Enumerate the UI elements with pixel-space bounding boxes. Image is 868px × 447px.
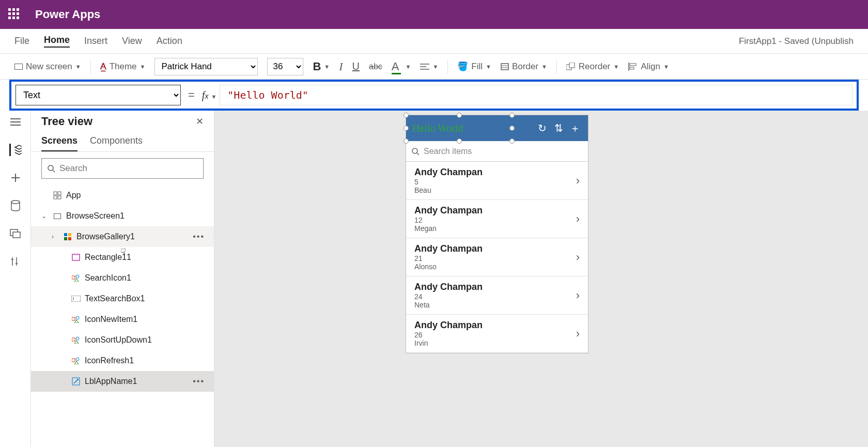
chevron-right-icon[interactable]: ›: [576, 327, 580, 341]
fx-icon[interactable]: fx ▼: [202, 89, 216, 101]
tab-components[interactable]: Components: [90, 131, 143, 151]
svg-rect-23: [54, 196, 57, 199]
theme-button[interactable]: A̲ Theme ▼: [100, 61, 146, 72]
control-icon: [71, 336, 81, 344]
tree-item-label: IconSortUpDown1: [85, 335, 152, 345]
formula-input[interactable]: [220, 85, 853, 105]
media-icon[interactable]: [9, 227, 22, 240]
canvas[interactable]: Hello World ↻ ⇅ ＋ Search items Andy Cham…: [214, 111, 868, 447]
control-icon: [71, 316, 81, 323]
chevron-down-icon[interactable]: ⌄: [41, 212, 49, 220]
svg-rect-21: [54, 192, 57, 195]
align-objects-label: Align: [641, 61, 660, 72]
chevron-right-icon[interactable]: ›: [576, 212, 580, 226]
menu-view[interactable]: View: [122, 36, 142, 47]
border-button[interactable]: Border ▼: [501, 61, 547, 72]
brand-label: Power Apps: [35, 8, 100, 21]
plus-icon[interactable]: ＋: [568, 121, 582, 135]
tree-item-browsescreen[interactable]: ⌄ BrowseScreen1: [31, 206, 214, 226]
tree-item-iconnewitem[interactable]: IconNewItem1: [31, 309, 214, 330]
tree-view-panel: Tree view ✕ Screens Components App ⌄ Bro…: [31, 111, 214, 447]
strike-button[interactable]: abc: [369, 62, 382, 71]
tab-screens[interactable]: Screens: [41, 131, 78, 151]
chevron-down-icon: ▼: [140, 64, 146, 70]
control-icon: [71, 274, 81, 282]
rectangle-icon: [71, 254, 81, 261]
tools-icon[interactable]: [9, 255, 22, 268]
menu-bar: File Home Insert View Action FirstApp1 -…: [0, 29, 868, 54]
hamburger-icon[interactable]: [9, 116, 22, 128]
svg-point-19: [48, 165, 53, 171]
tree-item-searchicon[interactable]: SearchIcon1: [31, 268, 214, 288]
italic-button[interactable]: I: [339, 60, 343, 73]
refresh-icon[interactable]: ↻: [535, 122, 549, 134]
tree-item-iconrefresh[interactable]: IconRefresh1: [31, 350, 214, 371]
waffle-icon[interactable]: [8, 8, 21, 21]
font-select[interactable]: Patrick Hand: [154, 58, 258, 75]
font-size-select[interactable]: 36: [267, 58, 303, 75]
list-item[interactable]: Andy Champan5Beau›: [406, 162, 588, 200]
align-text-button[interactable]: ▼: [420, 63, 438, 70]
align-icon: [420, 63, 429, 70]
reorder-icon: [566, 63, 576, 71]
more-icon[interactable]: •••: [193, 232, 205, 241]
property-select[interactable]: Text: [16, 85, 181, 105]
svg-rect-10: [630, 67, 634, 69]
menu-home[interactable]: Home: [44, 35, 70, 48]
tree-item-textsearchbox[interactable]: TextSearchBox1: [31, 288, 214, 309]
row-name: Andy Champan: [414, 205, 576, 216]
list-item[interactable]: Andy Champan24Neta›: [406, 276, 588, 315]
font-color-button[interactable]: A ▼: [392, 60, 411, 73]
tree-list: App ⌄ BrowseScreen1 › BrowseGallery1 •••…: [31, 185, 214, 447]
new-screen-button[interactable]: New screen ▼: [14, 61, 81, 72]
search-icon: [411, 147, 420, 156]
underline-button[interactable]: U: [352, 60, 360, 72]
svg-point-16: [11, 201, 20, 204]
tree-search[interactable]: [41, 158, 204, 179]
chevron-right-icon[interactable]: ›: [576, 174, 580, 188]
tree-item-lblappname[interactable]: LblAppName1 •••: [31, 371, 214, 392]
gallery-icon: [63, 233, 72, 240]
tree-search-input[interactable]: [59, 163, 198, 174]
screen-icon: [14, 64, 23, 70]
tree-item-rectangle[interactable]: Rectangle11: [31, 247, 214, 268]
svg-rect-26: [72, 276, 75, 279]
chevron-down-icon: ▼: [613, 64, 619, 70]
tree-view-icon[interactable]: [9, 144, 22, 156]
insert-icon[interactable]: [9, 172, 22, 184]
bold-button[interactable]: B ▼: [313, 60, 330, 73]
chevron-down-icon: ▼: [75, 64, 81, 70]
sort-icon[interactable]: ⇅: [552, 122, 565, 134]
menu-insert[interactable]: Insert: [84, 36, 107, 47]
list-item[interactable]: Andy Champan21Alonso›: [406, 238, 588, 276]
row-sub: Irvin: [414, 339, 576, 347]
app-header: Power Apps: [0, 0, 868, 29]
more-icon[interactable]: •••: [193, 377, 205, 386]
row-sub: Neta: [414, 301, 576, 309]
close-icon[interactable]: ✕: [196, 116, 204, 127]
fill-button[interactable]: 🪣 Fill ▼: [457, 61, 491, 72]
new-screen-label: New screen: [26, 61, 72, 72]
screen-icon: [53, 213, 62, 219]
row-number: 12: [414, 216, 576, 224]
chevron-down-icon: ▼: [663, 64, 669, 70]
menu-action[interactable]: Action: [157, 36, 182, 47]
data-icon[interactable]: [9, 199, 22, 212]
align-objects-icon: [628, 63, 638, 71]
svg-rect-28: [71, 296, 81, 302]
chevron-right-icon[interactable]: ›: [52, 233, 59, 240]
list-item[interactable]: Andy Champan12Megan›: [406, 200, 588, 238]
reorder-button[interactable]: Reorder ▼: [566, 61, 619, 72]
chevron-right-icon[interactable]: ›: [576, 251, 580, 264]
align-objects-button[interactable]: Align ▼: [628, 61, 669, 72]
tree-item-label: BrowseGallery1: [76, 232, 135, 241]
svg-rect-25: [72, 254, 80, 260]
tree-item-app[interactable]: App: [31, 185, 214, 206]
list-item[interactable]: Andy Champan26Irvin›: [406, 315, 588, 353]
tree-item-browsegallery[interactable]: › BrowseGallery1 •••: [31, 226, 214, 247]
tree-item-iconsortupdown[interactable]: IconSortUpDown1: [31, 330, 214, 350]
menu-file[interactable]: File: [14, 36, 29, 47]
svg-point-35: [76, 358, 79, 361]
chevron-right-icon[interactable]: ›: [576, 289, 580, 302]
preview-search[interactable]: Search items: [406, 141, 588, 162]
